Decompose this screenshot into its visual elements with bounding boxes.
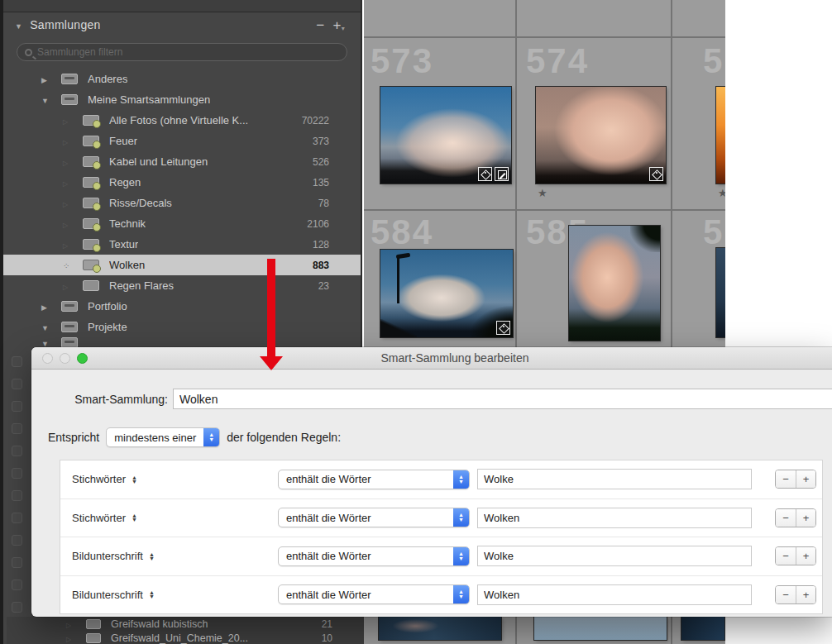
photo-thumbnail-574[interactable] [536,87,666,184]
disclosure-triangle-icon[interactable] [41,300,51,312]
rule-operator-popup[interactable]: enthält die Wörter ▲▼ [278,470,470,489]
remove-rule-button[interactable]: − [776,470,796,488]
rule-row-2: Stichwörter ▲▼ enthält die Wörter ▲▼ − + [60,499,822,538]
photo-thumbnail-bottom-3[interactable] [681,617,724,640]
rule-value-input[interactable] [477,584,752,605]
tree-item-meine-smartsammlungen[interactable]: Meine Smartsammlungen [3,89,361,110]
smart-collection-icon [83,260,99,270]
tree-item-kabel-und-leitungen[interactable]: Kabel und Leitungen 526 [3,151,361,172]
tree-item-greifswald-kubistisch[interactable]: Greifswald kubistisch 21 [7,617,364,631]
rule-value-input[interactable] [477,469,752,489]
tree-item-feuer[interactable]: Feuer 373 [3,131,361,151]
add-rule-button[interactable]: + [796,547,815,565]
tree-item-projekte[interactable]: Projekte [3,317,361,337]
dialog-titlebar[interactable]: Smart-Sammlung bearbeiten [31,347,832,370]
edit-badge-icon[interactable] [495,167,509,181]
photo-thumbnail-586-partial[interactable] [716,248,725,337]
tree-item-anderes[interactable]: Anderes [3,69,361,89]
collections-panel-bottom: Greifswald kubistisch 21 Greifswald_Uni_… [7,617,364,644]
item-count: 128 [313,239,329,250]
grid-cell-index: 5 [703,212,724,252]
tree-item-technik[interactable]: Technik 2106 [3,213,361,234]
popup-stepper-icon: ▲▼ [453,585,469,603]
rule-operator-popup[interactable]: enthält die Wörter ▲▼ [278,508,470,527]
panel-disclosure-triangle-icon[interactable] [15,18,22,31]
collection-icon-ghost [12,513,22,523]
photo-thumbnail-585[interactable] [569,226,660,341]
photo-thumbnail-573[interactable] [380,87,511,184]
rule-field-popup[interactable]: Stichwörter ▲▼ [72,473,137,485]
rule-operator-popup[interactable]: enthält die Wörter ▲▼ [278,584,470,604]
collection-icon-ghost [12,401,22,412]
hidden-tree-icons-column [12,356,22,635]
smart-collection-icon [83,198,99,208]
remove-rule-button[interactable]: − [776,509,796,527]
keyword-badge-icon[interactable] [496,321,510,335]
disclosure-triangle-icon[interactable] [41,73,51,85]
match-popup[interactable]: mindestens einer ▲▼ [106,427,220,447]
minimize-button[interactable] [60,353,70,364]
rule-add-remove-control: − + [775,470,816,489]
popup-stepper-icon: ▲▼ [453,470,469,489]
item-count: 2106 [307,218,329,230]
keyword-badge-icon[interactable] [649,167,663,181]
tree-item-textur[interactable]: Textur 128 [3,234,361,255]
rule-add-remove-control: − + [775,508,816,527]
photo-thumbnail-bottom-2[interactable] [534,617,667,640]
collection-icon [86,633,101,643]
collections-search-field[interactable] [17,43,347,61]
collection-set-icon [61,322,78,332]
tree-item-greifswald-uni-chemie[interactable]: Greifswald_Uni_Chemie_20... 10 [7,631,364,644]
collection-name-input[interactable] [173,389,832,409]
keyword-badge-icon[interactable] [478,167,492,181]
remove-rule-button[interactable]: − [776,547,796,565]
disclosure-triangle-icon[interactable] [41,93,51,106]
star-rating-icon[interactable]: ★ [718,187,725,199]
add-rule-button[interactable]: + [796,509,815,527]
rule-add-remove-control: − + [775,546,816,565]
tree-item-wolken-selected[interactable]: Wolken 883 [3,255,361,275]
tree-item-regen-flares[interactable]: Regen Flares 23 [3,275,361,296]
tree-item-regen[interactable]: Regen 135 [3,172,361,193]
popup-stepper-icon: ▲▼ [203,428,219,446]
zoom-button[interactable] [77,353,88,364]
rule-row-3: Bildunterschrift ▲▼ enthält die Wörter ▲… [60,537,822,576]
rule-value-input[interactable] [477,508,752,528]
rule-field-popup[interactable]: Stichwörter ▲▼ [72,512,137,524]
item-count: 23 [318,280,329,292]
smart-collection-icon [83,218,99,229]
edit-smart-collection-dialog: Smart-Sammlung bearbeiten Smart-Sammlung… [31,347,832,617]
star-rating-icon[interactable]: ★ [538,187,547,199]
photo-thumbnail-575-partial[interactable] [716,87,725,184]
grid-cell-index: 5 [703,41,724,81]
tree-item-alle-fotos[interactable]: Alle Fotos (ohne Virtuelle K... 70222 [3,110,361,131]
remove-rule-button[interactable]: − [776,586,796,603]
add-collection-button[interactable]: + [328,18,349,32]
rule-field-popup[interactable]: Bildunterschrift ▲▼ [72,589,155,601]
disclosure-ghost-icon [66,632,76,644]
tree-item-portfolio[interactable]: Portfolio [3,296,361,317]
item-count: 78 [318,198,329,209]
collection-icon-ghost [12,356,22,367]
rule-field-popup[interactable]: Bildunterschrift ▲▼ [72,550,155,562]
close-button[interactable] [42,353,53,364]
search-input[interactable] [37,46,339,58]
disclosure-ghost-icon [66,618,76,630]
tree-item-risse-decals[interactable]: Risse/Decals 78 [3,193,361,213]
street-lamp-silhouette [397,258,399,303]
collection-icon-ghost [12,602,22,613]
photo-thumbnail-bottom-1[interactable] [379,617,501,640]
rule-operator-popup[interactable]: enthält die Wörter ▲▼ [278,546,470,566]
rule-value-input[interactable] [477,546,752,566]
add-rule-button[interactable]: + [796,586,815,603]
collections-panel-header[interactable]: Sammlungen − + [3,12,361,37]
roof-silhouette [380,319,417,337]
match-suffix-label: der folgenden Regeln: [227,431,341,444]
collection-icon [83,280,99,291]
remove-collection-button[interactable]: − [312,18,328,32]
disclosure-triangle-icon[interactable] [41,321,51,333]
item-count: 526 [313,156,329,168]
photo-thumbnail-584[interactable] [380,250,513,337]
disclosure-ghost-icon [63,155,73,168]
add-rule-button[interactable]: + [796,470,815,488]
